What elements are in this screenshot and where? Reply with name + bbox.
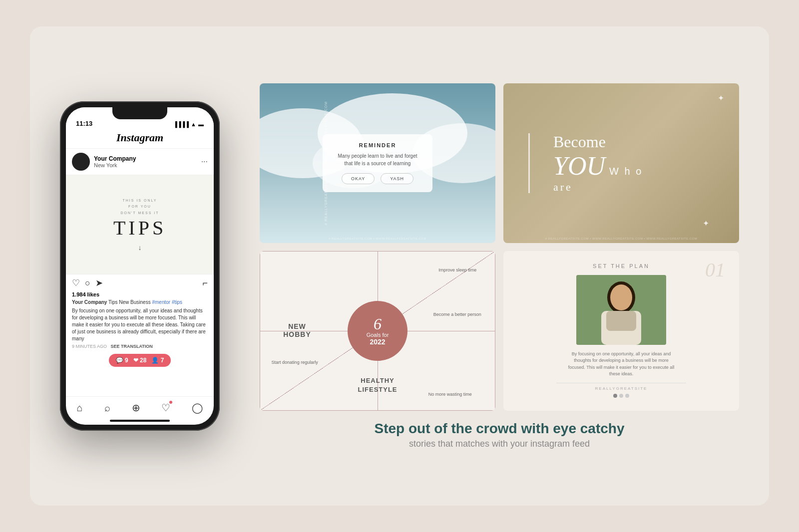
post-user-info: Your Company New York	[94, 155, 197, 168]
plan-photo-svg	[576, 275, 666, 345]
like-icon[interactable]: ♡	[72, 277, 80, 288]
people-notif: 👤 7	[151, 357, 164, 364]
right-section: # REALLYGREATSITE.COM • WWW.REALLYGREATS…	[260, 83, 739, 449]
signal-icon: ▐▐▐▐	[173, 121, 189, 127]
goals-for-text: Goals for	[367, 332, 389, 338]
yash-button[interactable]: YASH	[381, 173, 413, 184]
become-you-text: YOU	[553, 151, 605, 181]
healthy-text: HEALTHYLIFESTYLE	[358, 377, 397, 393]
star-icon-tr: ✦	[718, 93, 724, 103]
label-new-hobby: NEWHOBBY	[283, 322, 311, 339]
caption-body: By focusing on one opportunity, all your…	[72, 307, 208, 342]
subline: stories that matches with your instagram…	[260, 439, 739, 449]
become-line3: are	[553, 181, 643, 194]
posts-grid: # REALLYGREATSITE.COM • WWW.REALLYGREATS…	[260, 83, 739, 411]
dot-1	[613, 394, 617, 398]
label-wasting: No more wasting time	[428, 391, 472, 398]
bookmark-icon[interactable]: ⌐	[202, 278, 208, 288]
post-location: New York	[94, 162, 197, 168]
main-container: 11:13 ▐▐▐▐ ▲ ▬ Instagram Your Company	[30, 26, 769, 506]
nav-bar: ⌂ ⌕ ⊕ ♡ ◯	[66, 396, 214, 418]
post-username[interactable]: Your Company	[94, 155, 197, 162]
phone-screen: 11:13 ▐▐▐▐ ▲ ▬ Instagram Your Company	[66, 107, 214, 425]
phone-frame: 11:13 ▐▐▐▐ ▲ ▬ Instagram Your Company	[60, 101, 220, 431]
become-who-text: W h o	[609, 166, 643, 177]
plan-site: REALLYGREATSITE	[595, 386, 648, 391]
post-small-text: THIS IS ONLY FOR YOU DON'T MESS IT	[121, 198, 159, 217]
share-icon[interactable]: ➤	[95, 277, 103, 288]
become-line1: Become	[553, 133, 643, 151]
plan-number: 01	[705, 260, 725, 280]
card1-watermark-bottom: # REALLYGREATSITE.COM • WWW.REALLYGREATS…	[329, 237, 426, 240]
dot-2	[619, 394, 623, 398]
reminder-title: REMINDER	[335, 142, 420, 148]
post-time: 9 MINUTES AGO SEE TRANSLATION	[72, 344, 208, 349]
phone-wrapper: 11:13 ▐▐▐▐ ▲ ▬ Instagram Your Company	[60, 101, 230, 431]
status-time: 11:13	[76, 120, 92, 127]
svg-point-2	[610, 284, 632, 310]
footer-text: Step out of the crowd with eye catchy st…	[260, 421, 739, 449]
post-actions: ♡ ○ ➤ ⌐	[66, 274, 214, 291]
become-line2: YOU W h o	[553, 151, 643, 181]
goals-year: 2022	[370, 338, 385, 346]
avatar	[72, 153, 90, 171]
label-healthy: HEALTHYLIFESTYLE	[358, 376, 397, 394]
svg-rect-4	[606, 311, 636, 331]
headline: Step out of the crowd with eye catchy	[260, 421, 739, 437]
caption-username: Your Company	[72, 299, 107, 305]
post-options-button[interactable]: ···	[201, 157, 208, 166]
nav-heart-icon[interactable]: ♡	[161, 402, 170, 414]
instagram-header: Instagram	[66, 129, 214, 149]
star-icon-bl: ✦	[703, 219, 709, 228]
hashtags[interactable]: #mentor #tips	[152, 299, 182, 305]
comment-notif: 💬 9	[116, 357, 128, 364]
plan-title: SET THE PLAN	[593, 263, 650, 269]
new-hobby-text: NEWHOBBY	[283, 322, 311, 339]
okay-button[interactable]: OKAY	[342, 173, 375, 184]
card-set-the-plan: 01 SET THE PLAN By focusing on one oppor…	[503, 251, 739, 411]
wifi-icon: ▲	[191, 121, 196, 127]
phone-notch	[112, 107, 167, 119]
status-icons: ▐▐▐▐ ▲ ▬	[173, 121, 204, 127]
post-header: Your Company New York ···	[66, 149, 214, 175]
post-caption: 1.984 likes Your Company Tips New Busine…	[66, 291, 214, 352]
plan-pagination	[613, 394, 629, 398]
plan-photo	[576, 275, 666, 345]
battery-icon: ▬	[198, 121, 204, 127]
comment-icon[interactable]: ○	[85, 278, 90, 288]
dot-3	[625, 394, 629, 398]
nav-add-icon[interactable]: ⊕	[132, 402, 140, 414]
card-become-you: ✦ ✦ Become YOU W h o are # REALLYGREATSI…	[503, 83, 739, 243]
goals-center-circle: 6 Goals for 2022	[348, 301, 407, 361]
post-image: THIS IS ONLY FOR YOU DON'T MESS IT TIPS …	[66, 175, 214, 274]
likes-count: 1.984 likes	[72, 291, 208, 297]
notification-bar: 💬 9 ❤ 28 👤 7	[109, 354, 171, 367]
post-arrow-icon: ↓	[138, 244, 142, 252]
nav-profile-icon[interactable]: ◯	[192, 402, 203, 414]
goals-number: 6	[374, 316, 382, 332]
like-notif: ❤ 28	[133, 357, 147, 364]
become-text: Become YOU W h o are	[553, 133, 643, 194]
instagram-logo: Instagram	[66, 131, 214, 144]
see-translation-link[interactable]: SEE TRANSLATION	[111, 344, 153, 349]
post-tips-text: TIPS	[113, 216, 166, 240]
label-become: Become a better person	[433, 311, 481, 318]
reminder-text: Many people learn to live and forget tha…	[335, 152, 420, 167]
plan-caption: By focusing on one opportunity, all your…	[566, 351, 676, 378]
reminder-box: REMINDER Many people learn to live and f…	[323, 134, 432, 192]
reminder-buttons: OKAY YASH	[335, 173, 420, 184]
caption-text: Your Company Tips New Business #mentor #…	[72, 299, 208, 306]
card-sky-reminder: # REALLYGREATSITE.COM • WWW.REALLYGREATS…	[260, 83, 495, 243]
plan-divider	[556, 383, 686, 383]
nav-search-icon[interactable]: ⌕	[104, 402, 110, 414]
nav-home-icon[interactable]: ⌂	[76, 402, 82, 414]
label-donating: Start donating regularly	[272, 359, 318, 366]
label-improve: Improve sleep time	[438, 267, 476, 273]
card2-watermark: # REALLYGREATSITE.COM • WWW.REALLYGREATS…	[545, 237, 697, 240]
become-divider	[528, 133, 530, 193]
card-goals-2022: NEWHOBBY HEALTHYLIFESTYLE Improve sleep …	[260, 251, 495, 411]
home-indicator	[110, 420, 170, 422]
